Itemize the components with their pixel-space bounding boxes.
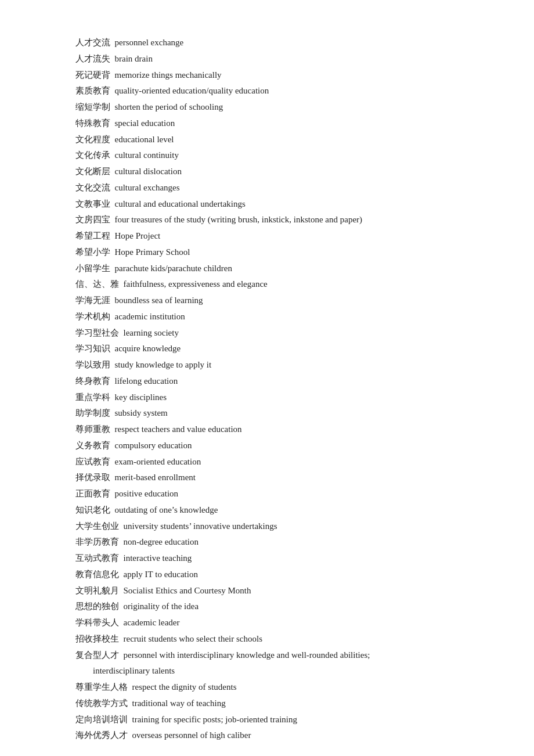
english-term: academic leader [124,618,180,627]
list-item: 文明礼貌月 Socialist Ethics and Courtesy Mont… [75,583,459,599]
chinese-term: 文化程度 [75,135,110,144]
list-item: 学以致用 study knowledge to apply it [75,357,459,373]
english-term: originality of the idea [124,602,199,611]
chinese-term: 传统教学方式 [75,699,128,708]
entry-line: 文化程度 educational level [75,132,459,148]
english-term: study knowledge to apply it [115,360,212,369]
list-item: 互动式教育 interactive teaching [75,550,459,567]
english-term: overseas personnel of high caliber [132,730,251,740]
chinese-term: 互动式教育 [75,553,119,563]
english-term: lifelong education [115,376,178,386]
chinese-term: 择优录取 [75,473,110,482]
list-item: 人才交流 personnel exchange [75,35,459,51]
entry-line: 择优录取 merit-based enrollment [75,470,459,486]
list-item: 文化断层 cultural dislocation [75,164,459,180]
english-term: university students’ innovative undertak… [124,521,277,531]
english-term: interactive teaching [124,553,192,563]
list-item: 传统教学方式 traditional way of teaching [75,696,459,712]
english-term: cultural continuity [115,150,179,160]
entry-continuation: interdisciplinary talents [75,663,459,679]
chinese-term: 招收择校生 [75,634,119,643]
list-item: 文化交流 cultural exchanges [75,180,459,196]
entry-line: 应试教育 exam-oriented education [75,454,459,470]
chinese-term: 尊师重教 [75,424,110,434]
list-item: 特殊教育 special education [75,116,459,132]
chinese-term: 人才交流 [75,38,110,47]
english-term: educational level [115,135,174,144]
entry-line: 文化交流 cultural exchanges [75,180,459,196]
list-item: 学海无涯 boundless sea of learning [75,293,459,309]
english-term: positive education [115,489,179,498]
list-item: 海外优秀人才 overseas personnel of high calibe… [75,728,459,744]
entry-line: 小留学生 parachute kids/parachute children [75,261,459,277]
list-item: 思想的独创 originality of the idea [75,599,459,615]
chinese-term: 文房四宝 [75,215,110,224]
list-item: 文化传承 cultural continuity [75,147,459,164]
chinese-term: 素质教育 [75,86,110,95]
entry-line: 海外优秀人才 overseas personnel of high calibe… [75,728,459,744]
english-term: apply IT to education [124,570,198,579]
english-term: respect teachers and value education [115,424,242,434]
list-item: 尊师重教 respect teachers and value educatio… [75,422,459,438]
list-item: 学习知识 acquire knowledge [75,341,459,357]
entry-line: 文房四宝 four treasures of the study (writin… [75,212,459,228]
list-item: 学科带头人 academic leader [75,615,459,631]
entry-line: 重点学科 key disciplines [75,390,459,406]
entry-line: 文教事业 cultural and educational undertakin… [75,196,459,213]
list-item: 文化程度 educational level [75,132,459,148]
entry-line: 学术机构 academic institution [75,309,459,325]
chinese-term: 小留学生 [75,264,110,273]
entry-line: 希望小学 Hope Primary School [75,244,459,261]
chinese-term: 文教事业 [75,199,110,208]
chinese-term: 信、达、雅 [75,279,119,289]
english-term: learning society [124,328,179,337]
chinese-term: 学习知识 [75,344,110,353]
english-term: parachute kids/parachute children [115,264,232,273]
entry-line: 素质教育 quality-oriented education/quality … [75,83,459,99]
entry-line: 义务教育 compulsory education [75,438,459,454]
entry-line: 正面教育 positive education [75,486,459,502]
list-item: 素质教育 quality-oriented education/quality … [75,83,459,99]
english-term: outdating of one’s knowledge [115,505,218,514]
english-term: Hope Primary School [115,247,190,257]
chinese-term: 应试教育 [75,457,110,466]
english-term: boundless sea of learning [115,296,203,305]
chinese-term: 人才流失 [75,54,110,63]
entry-line: 定向培训培训 training for specific posts; job-… [75,712,459,728]
entry-line: 尊师重教 respect teachers and value educatio… [75,422,459,438]
chinese-term: 海外优秀人才 [75,730,128,740]
chinese-term: 终身教育 [75,376,110,386]
chinese-term: 学习型社会 [75,328,119,337]
entry-line: 学科带头人 academic leader [75,615,459,631]
chinese-term: 缩短学制 [75,102,110,111]
entry-line: 文化断层 cultural dislocation [75,164,459,180]
english-term: non-degree education [124,537,199,546]
entry-line: 复合型人才 personnel with interdisciplinary k… [75,647,459,664]
list-item: 希望小学 Hope Primary School [75,244,459,261]
list-item: 小留学生 parachute kids/parachute children [75,261,459,277]
english-term: personnel with interdisciplinary knowled… [124,650,370,660]
english-term: respect the dignity of students [132,682,237,692]
entry-line: 死记硬背 memorize things mechanically [75,67,459,84]
entry-line: 知识老化 outdating of one’s knowledge [75,502,459,519]
entry-line: 学习知识 acquire knowledge [75,341,459,357]
entry-line: 人才交流 personnel exchange [75,35,459,51]
chinese-term: 知识老化 [75,505,110,514]
chinese-term: 思想的独创 [75,602,119,611]
chinese-term: 助学制度 [75,408,110,417]
english-term: academic institution [115,312,185,321]
chinese-term: 复合型人才 [75,650,119,660]
list-item: 死记硬背 memorize things mechanically [75,67,459,84]
entry-line: 文明礼貌月 Socialist Ethics and Courtesy Mont… [75,583,459,599]
english-term: merit-based enrollment [115,473,196,482]
entry-line: 招收择校生 recruit students who select their … [75,631,459,647]
chinese-term: 希望小学 [75,247,110,257]
content-area: 人才交流 personnel exchange人才流失 brain drain死… [75,35,459,744]
chinese-term: 死记硬背 [75,70,110,80]
english-term: subsidy system [115,408,168,417]
english-term: special education [115,118,175,128]
chinese-term: 希望工程 [75,231,110,240]
list-item: 择优录取 merit-based enrollment [75,470,459,486]
list-item: 学习型社会 learning society [75,325,459,341]
chinese-term: 文化交流 [75,183,110,192]
